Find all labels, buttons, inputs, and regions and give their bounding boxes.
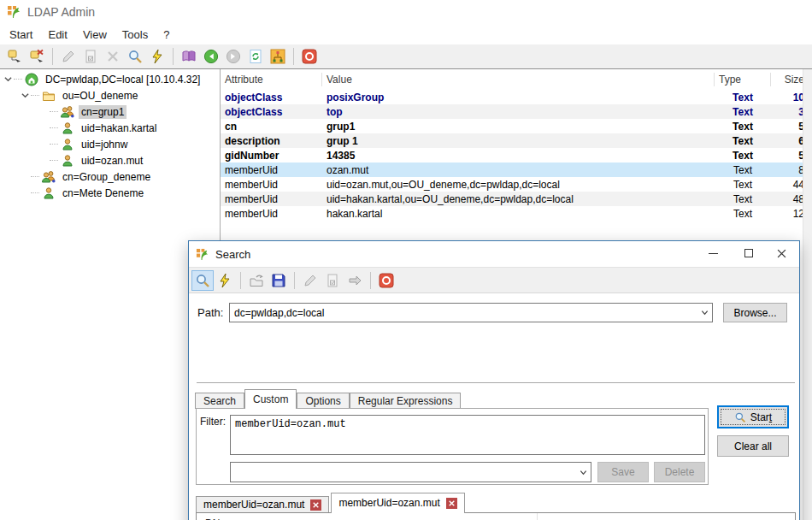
exit-button[interactable] bbox=[298, 46, 321, 67]
chevron-down-icon[interactable] bbox=[19, 92, 31, 99]
schema-browser-button[interactable] bbox=[178, 46, 200, 67]
table-row[interactable]: cngrup1 Text5 bbox=[221, 119, 812, 133]
close-tab-icon[interactable] bbox=[446, 498, 457, 509]
search-mode-button[interactable] bbox=[191, 270, 214, 291]
menu-view[interactable]: View bbox=[75, 26, 115, 44]
table-row-selected[interactable]: memberUidozan.mut Text8 bbox=[221, 162, 812, 177]
browse-button[interactable]: Browse... bbox=[723, 303, 787, 322]
table-row[interactable]: objectClasstop Text3 bbox=[221, 104, 812, 119]
column-header-value[interactable]: Value bbox=[322, 73, 715, 86]
delete-filter-button[interactable]: Delete bbox=[654, 462, 705, 482]
edit-attributes-button[interactable] bbox=[79, 46, 102, 67]
results-column-header-dn[interactable]: DN bbox=[197, 513, 795, 520]
chevron-down-icon[interactable] bbox=[697, 309, 712, 316]
search-icon bbox=[195, 273, 210, 288]
edit-entry-button[interactable] bbox=[57, 46, 79, 67]
tree-item-label: uid=hakan.kartal bbox=[79, 121, 159, 135]
main-titlebar: LDAP Admin bbox=[0, 0, 812, 24]
directory-tree-button[interactable] bbox=[267, 46, 289, 67]
maximize-button[interactable] bbox=[734, 241, 763, 265]
delete-entry-button[interactable] bbox=[102, 46, 124, 67]
load-filter-button[interactable] bbox=[245, 270, 268, 291]
group-icon bbox=[41, 170, 56, 184]
tab-search[interactable]: Search bbox=[195, 393, 244, 409]
edit-result-button[interactable] bbox=[299, 270, 321, 291]
table-row[interactable]: memberUiduid=ozan.mut,ou=OU_deneme,dc=pw… bbox=[221, 177, 812, 192]
fast-search-mode-button[interactable] bbox=[214, 270, 236, 291]
chevron-down-icon[interactable] bbox=[2, 75, 14, 83]
navigate-forward-button[interactable] bbox=[222, 46, 244, 67]
tree-item-johnw[interactable]: uid=johnw bbox=[0, 136, 220, 152]
result-tab-1[interactable]: memberUid=ozan.mut bbox=[196, 496, 329, 513]
menu-tools[interactable]: Tools bbox=[115, 26, 156, 44]
tree-item-label: cn=grup1 bbox=[79, 105, 127, 119]
search-results-list: DN cn=Group_deneme,dc=pwldap,dc=local bbox=[196, 512, 796, 520]
stop-search-button[interactable] bbox=[375, 270, 397, 291]
tree-item-mete-deneme[interactable]: cn=Mete Deneme bbox=[0, 185, 220, 201]
folder-icon bbox=[41, 89, 56, 103]
path-row: Path: dc=pwldap,dc=local Browse... bbox=[189, 302, 799, 322]
start-button[interactable]: Start bbox=[717, 405, 789, 428]
disconnect-button[interactable] bbox=[26, 46, 48, 67]
saved-filter-combobox[interactable] bbox=[230, 462, 591, 482]
table-row[interactable]: objectClassposixGroup Text10 bbox=[221, 90, 812, 104]
close-button[interactable] bbox=[767, 241, 796, 265]
toolbar-separator bbox=[240, 272, 241, 289]
result-tab-label: memberUid=ozan.mut bbox=[338, 497, 439, 509]
disconnect-icon bbox=[29, 49, 44, 64]
tree-item-label: uid=ozan.mut bbox=[79, 154, 145, 168]
path-value: dc=pwldap,dc=local bbox=[230, 307, 697, 319]
document-check-icon bbox=[83, 49, 98, 64]
tree-item-ou-deneme[interactable]: ou=OU_deneme bbox=[0, 87, 220, 103]
column-header-type[interactable]: Type bbox=[715, 73, 771, 86]
filter-input[interactable]: memberUid=ozan.mut bbox=[230, 415, 705, 455]
table-row[interactable]: memberUidhakan.kartal Text12 bbox=[221, 206, 812, 221]
tab-options[interactable]: Options bbox=[297, 393, 349, 409]
column-separator bbox=[537, 513, 538, 520]
menu-start[interactable]: Start bbox=[2, 26, 40, 44]
table-row[interactable]: gidNumber14385 Text5 bbox=[221, 148, 812, 162]
connect-button[interactable] bbox=[3, 46, 26, 67]
tree-item-grup1[interactable]: cn=grup1 bbox=[0, 103, 220, 120]
navigate-back-button[interactable] bbox=[200, 46, 222, 67]
goto-entry-button[interactable] bbox=[344, 270, 366, 291]
clear-all-button[interactable]: Clear all bbox=[717, 435, 789, 457]
tree-item-root[interactable]: DC=pwldap,DC=local [10.10.4.32] bbox=[0, 71, 220, 87]
path-combobox[interactable]: dc=pwldap,dc=local bbox=[229, 303, 713, 322]
app-title: LDAP Admin bbox=[27, 5, 95, 19]
tree-item-ozan-mut[interactable]: uid=ozan.mut bbox=[0, 152, 220, 168]
save-results-button[interactable] bbox=[268, 270, 290, 291]
arrow-right-icon bbox=[347, 273, 362, 288]
search-tabs: Search Custom Options Regular Expression… bbox=[195, 389, 461, 409]
search-dialog-toolbar bbox=[189, 267, 799, 293]
tree-item-hakan-kartal[interactable]: uid=hakan.kartal bbox=[0, 120, 220, 136]
fast-search-button[interactable] bbox=[146, 46, 168, 67]
table-row[interactable]: memberUiduid=hakan.kartal,ou=OU_deneme,d… bbox=[221, 192, 812, 206]
edit-result-attributes-button[interactable] bbox=[321, 270, 344, 291]
result-tab-2[interactable]: memberUid=ozan.mut bbox=[331, 493, 464, 513]
save-filter-button[interactable]: Save bbox=[597, 462, 649, 482]
group-icon bbox=[60, 105, 75, 119]
tab-custom[interactable]: Custom bbox=[244, 389, 297, 409]
search-button[interactable] bbox=[124, 46, 146, 67]
menu-edit[interactable]: Edit bbox=[40, 26, 74, 44]
tree-item-group-deneme[interactable]: cn=Group_deneme bbox=[0, 168, 220, 185]
path-label: Path: bbox=[197, 306, 223, 319]
save-floppy-icon bbox=[271, 273, 286, 288]
chevron-down-icon[interactable] bbox=[575, 469, 591, 476]
attribute-table-header: Attribute Value Type Size bbox=[221, 69, 812, 90]
column-header-attribute[interactable]: Attribute bbox=[221, 73, 322, 86]
back-arrow-icon bbox=[203, 49, 219, 64]
start-button-label: Start bbox=[750, 411, 772, 423]
tab-regular-expressions[interactable]: Regular Expressions bbox=[350, 393, 462, 409]
open-folder-icon bbox=[249, 273, 264, 288]
menu-help[interactable]: ? bbox=[156, 26, 177, 44]
close-tab-icon[interactable] bbox=[310, 499, 321, 511]
refresh-button[interactable] bbox=[244, 46, 267, 67]
vertical-scrollbar[interactable] bbox=[803, 69, 812, 520]
toolbar-separator bbox=[173, 48, 174, 65]
table-row[interactable]: descriptiongrup 1 Text6 bbox=[221, 133, 812, 148]
minimize-button[interactable] bbox=[698, 241, 727, 265]
search-dialog-titlebar[interactable]: Search bbox=[189, 241, 799, 267]
forward-arrow-icon bbox=[226, 49, 241, 64]
